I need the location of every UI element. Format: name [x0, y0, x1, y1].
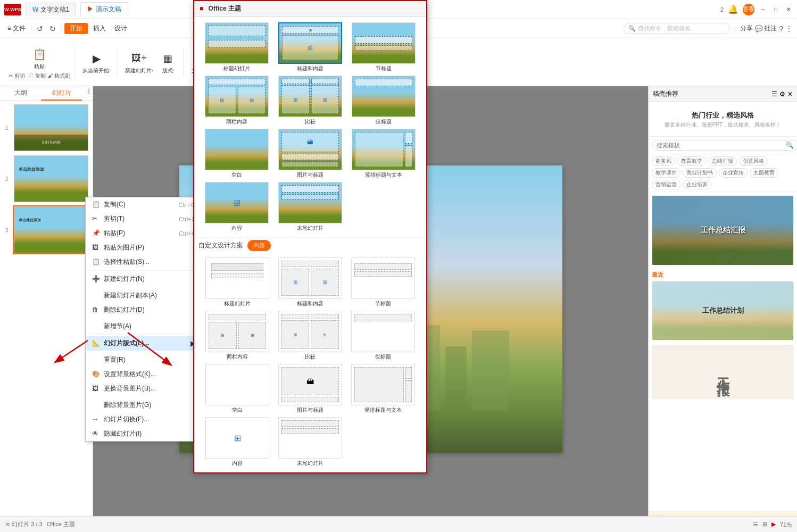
custom-layout-pic-title[interactable]: 🏔 图片与标题: [276, 364, 345, 414]
tab-slides[interactable]: 幻灯片: [41, 86, 82, 101]
custom-layout-blank[interactable]: 空白: [203, 364, 272, 414]
template-search-input[interactable]: [652, 140, 797, 151]
tag-zong-jie[interactable]: 总结汇报: [708, 156, 737, 166]
tag-shang-ye[interactable]: 商业计划书: [683, 168, 717, 178]
view-normal-icon[interactable]: ☰: [753, 521, 758, 528]
comment-button[interactable]: 💬 批注: [755, 24, 777, 33]
custom-layout-compare[interactable]: ⊞ ⊞ 比较: [276, 311, 345, 361]
ctx-delete-slide[interactable]: 🗑删除幻灯片(D): [86, 303, 202, 317]
slide-thumb-1[interactable]: 1 幻灯片内容: [13, 103, 90, 152]
close-button[interactable]: ✕: [784, 5, 793, 14]
cut-button[interactable]: ✂ 剪切: [9, 72, 25, 80]
layout-blank[interactable]: 空白: [202, 129, 272, 179]
help-button[interactable]: ?: [779, 24, 783, 33]
view-present-icon[interactable]: ▶: [771, 521, 776, 528]
ctx-cut[interactable]: ✂剪切(T) Ctrl+X: [86, 212, 202, 226]
format-painter-button[interactable]: 🖌 格式刷: [48, 72, 71, 80]
undo-button[interactable]: ↺: [35, 23, 45, 34]
notes-icon[interactable]: ≡: [5, 520, 10, 529]
ctx-duplicate-slide[interactable]: 新建幻灯片副本(A): [86, 286, 202, 303]
paste-button[interactable]: 📋 粘贴: [29, 45, 50, 71]
view-grid-icon[interactable]: ⊞: [762, 521, 767, 528]
tab-design[interactable]: 设计: [111, 23, 130, 34]
layout-vertical[interactable]: 竖排标题与文本: [348, 129, 419, 179]
layout-two-col[interactable]: ⊞ ⊞ 两栏内容: [202, 76, 272, 126]
ctx-paste[interactable]: 📌粘贴(P) Ctrl+V: [86, 226, 202, 240]
tag-jiao-yu[interactable]: 教育教学: [677, 156, 706, 166]
custom-thumb-end-slide: [278, 417, 342, 459]
user-avatar[interactable]: 香香: [743, 4, 754, 15]
tag-pei-xun[interactable]: 企业培训: [683, 180, 711, 189]
tab-start[interactable]: 开始: [64, 23, 88, 34]
tag-qi-ye[interactable]: 企业宣传: [719, 168, 748, 178]
right-panel-promo: 热门行业，精选风格 覆盖多种行业、场景PPT，版式精美、风格多样！: [649, 102, 797, 137]
custom-layout-content[interactable]: ⊞ 内容: [203, 417, 272, 467]
ctx-paste-special[interactable]: 📋选择性粘贴(S)...: [86, 255, 202, 269]
layout-title-only[interactable]: 仅标题: [348, 76, 419, 126]
tab-outline[interactable]: 大纲: [0, 86, 41, 101]
custom-layout-title-content[interactable]: ⊞ ⊞ 标题和内容: [276, 257, 345, 307]
more-button[interactable]: ⋮: [785, 24, 793, 33]
ctx-new-section[interactable]: 新增节(A): [86, 317, 202, 334]
theme-info: Office 主题: [47, 520, 76, 528]
layout-title-content[interactable]: ⊞ ⊞ 标题和内容: [275, 22, 345, 72]
tag-shang-wu[interactable]: 商务风: [652, 156, 675, 166]
layout-section-title[interactable]: 节标题: [348, 22, 419, 72]
custom-thumb-section: [351, 257, 415, 299]
maximize-button[interactable]: □: [771, 5, 780, 14]
custom-layout-two-col[interactable]: ⊞ ⊞ 两栏内容: [203, 311, 272, 361]
new-slide-button[interactable]: 🖼+ 新建幻灯片·: [123, 49, 155, 76]
tag-zhu-ti[interactable]: 主题教育: [750, 168, 778, 178]
notification-icon[interactable]: 🔔: [728, 4, 738, 14]
minimize-button[interactable]: ─: [759, 5, 767, 14]
layout-end-slide[interactable]: 末尾幻灯片: [275, 182, 345, 232]
custom-tab-content[interactable]: 内容: [247, 240, 271, 251]
custom-layout-title-only[interactable]: 仅标题: [348, 311, 418, 361]
template-item-2[interactable]: 工作总结计划: [652, 281, 794, 340]
ctx-change-bg[interactable]: 🖼更换背景图片(B)...: [86, 381, 202, 396]
custom-thumb-two-col: ⊞ ⊞: [205, 311, 269, 352]
right-panel-list-icon[interactable]: ☰: [771, 90, 777, 98]
ctx-reset[interactable]: 重置(R): [86, 351, 202, 367]
layout-button[interactable]: ▦ 版式·: [157, 49, 179, 76]
tag-jiao-xue[interactable]: 教学课件: [652, 168, 680, 178]
layout-content[interactable]: ⊞ 内容: [202, 182, 272, 232]
custom-layout-vertical[interactable]: 竖排标题与文本: [348, 364, 418, 414]
ctx-slide-layout[interactable]: 📐幻灯片版式(L)... ▶: [86, 336, 202, 351]
copy-button[interactable]: 📄 复制: [27, 72, 46, 80]
ctx-bg-format[interactable]: 🎨设置背景格式(K)...: [86, 367, 202, 381]
custom-thumb-blank: [205, 364, 269, 405]
right-panel-settings-icon[interactable]: ⚙: [779, 90, 785, 98]
redo-button[interactable]: ↻: [47, 23, 58, 34]
template-item-3[interactable]: 工作汇报: [652, 345, 794, 399]
search-bar[interactable]: 🔍 查找命令，搜索模板: [624, 23, 730, 34]
layout-title-slide[interactable]: 标题幻灯片: [202, 22, 272, 72]
share-button[interactable]: 分享: [740, 24, 753, 33]
ctx-copy[interactable]: 📋复制(C) Ctrl+C: [86, 197, 202, 212]
tag-ying-xiao[interactable]: 营销运营: [652, 180, 680, 189]
ctx-paste-as-image[interactable]: 🖼粘贴为图片(P): [86, 240, 202, 255]
file-menu[interactable]: ≡ 文件: [4, 23, 29, 34]
custom-layout-title-slide[interactable]: 标题幻灯片: [203, 257, 272, 307]
template-item-1[interactable]: 工作总结汇报: [652, 195, 794, 265]
right-panel-close-icon[interactable]: ✕: [787, 90, 793, 98]
custom-layout-section[interactable]: 节标题: [348, 257, 418, 307]
badge: 2: [720, 6, 724, 13]
tag-chuang-yi[interactable]: 创意风格: [739, 156, 768, 166]
layout-compare[interactable]: ⊞ ⊞ 比较: [275, 76, 345, 126]
left-panel: 大纲 幻灯片 《 1 幻灯片内容 2 单击此处添加: [0, 86, 93, 532]
tab-insert[interactable]: 插入: [90, 23, 109, 34]
ctx-new-slide[interactable]: ➕新建幻灯片(N): [86, 272, 202, 286]
custom-layout-end-slide[interactable]: 末尾幻灯片: [276, 417, 345, 467]
ctx-transition[interactable]: ↔幻灯片切换(F)...: [86, 412, 202, 427]
ctx-remove-bg[interactable]: 删除背景图片(G): [86, 396, 202, 412]
tab-ppt[interactable]: ▶ 演示文稿: [80, 2, 128, 16]
layout-pic-title[interactable]: 🏔 图片与标题: [275, 129, 345, 179]
panel-collapse-button[interactable]: 《: [82, 86, 93, 101]
slide-thumb-3[interactable]: 3 单击此处添加: [13, 205, 90, 254]
layout-thumb-pic-title: 🏔: [278, 129, 342, 170]
tab-word[interactable]: W 文字文稿1: [26, 3, 76, 16]
slideshow-button[interactable]: ▶ 从当前开始·: [80, 49, 113, 76]
slide-thumb-2[interactable]: 2 单击此处添加: [13, 154, 90, 203]
ctx-hide-slide[interactable]: 👁隐藏幻灯片(I): [86, 427, 202, 441]
